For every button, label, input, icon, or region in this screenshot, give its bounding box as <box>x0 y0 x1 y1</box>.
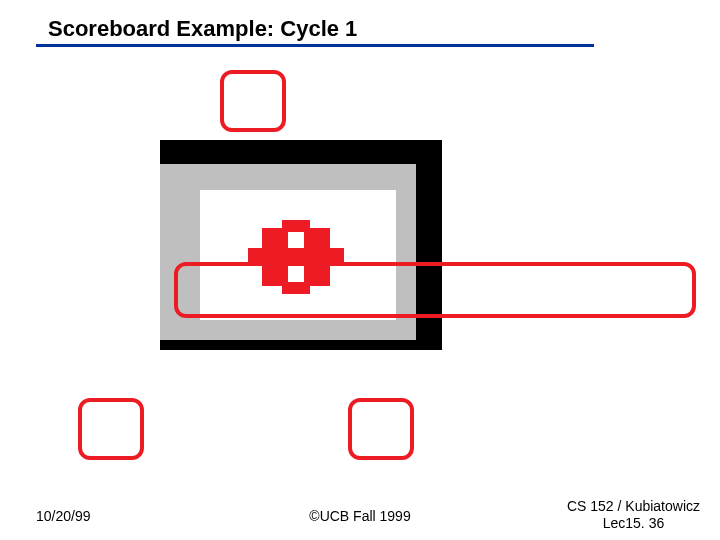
broken-image-placeholder <box>160 140 442 350</box>
placeholder-right-strip <box>416 140 442 350</box>
placeholder-top-strip <box>160 140 442 164</box>
footer-copyright: ©UCB Fall 1999 <box>309 508 410 524</box>
footer-course: CS 152 / Kubiatowicz Lec15. 36 <box>567 498 700 532</box>
callout-outline-wide <box>174 262 696 318</box>
footer-date: 10/20/99 <box>36 508 91 524</box>
slide-title: Scoreboard Example: Cycle 1 <box>48 16 357 42</box>
placeholder-bottom-strip <box>160 340 442 350</box>
callout-outline-bottom-right <box>348 398 414 460</box>
title-underline <box>36 44 594 47</box>
callout-outline-top <box>220 70 286 132</box>
callout-outline-bottom-left <box>78 398 144 460</box>
